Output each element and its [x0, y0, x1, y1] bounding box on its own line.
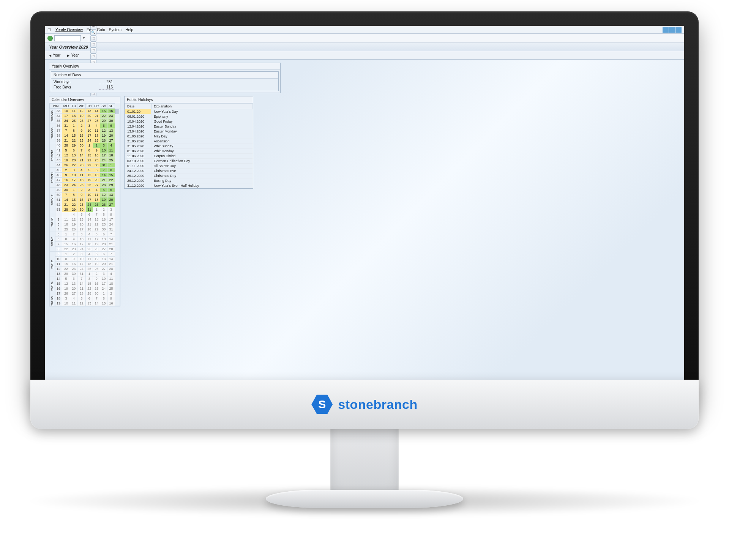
holiday-row[interactable]: 31.12.2020New Year's Eve - Half Holiday: [125, 183, 253, 188]
menu-item[interactable]: Yearly Overview: [55, 28, 83, 32]
holiday-row[interactable]: 06.01.2020Epiphany: [125, 114, 253, 119]
holiday-row[interactable]: 01.11.2020All Saints' Day: [125, 164, 253, 169]
menu-item[interactable]: Help: [125, 28, 133, 32]
monitor-bezel: ☐ Yearly OverviewEditGotoSystemHelp ▼ ⬚💾…: [30, 11, 699, 406]
public-holidays-header: Public Holidays: [125, 96, 253, 103]
toolbar: ▼ ⬚💾◀▶✳✳✳🖶🔍⬚⬚⬚⬚⬚⬚⎙🔧❓⬚: [45, 34, 684, 43]
holiday-row[interactable]: 12.04.2020Easter Sunday: [125, 124, 253, 129]
menu-item[interactable]: Goto: [97, 28, 105, 32]
holiday-row[interactable]: 01.01.20New Year's Day: [125, 109, 253, 114]
monitor-chin: S stonebranch: [30, 380, 699, 429]
toolbar-button[interactable]: ⬚: [90, 35, 96, 41]
holiday-row[interactable]: 21.05.2020Ascension: [125, 139, 253, 144]
public-holidays-panel: Public Holidays DateExplanation01.01.20N…: [124, 96, 253, 189]
monitor-stand-base: [266, 490, 463, 508]
next-year-button[interactable]: Year: [67, 53, 79, 57]
holiday-row[interactable]: 31.05.2020Whit Sunday: [125, 144, 253, 149]
days-row: Free Days115: [54, 85, 276, 90]
holiday-row[interactable]: 26.12.2020Boxing Day: [125, 178, 253, 183]
year-nav: Year Year: [45, 51, 684, 60]
window-controls[interactable]: [663, 27, 682, 33]
yearly-overview-panel: Yearly Overview Number of Days Workdays2…: [49, 63, 281, 93]
holiday-row[interactable]: 01.05.2020May Day: [125, 134, 253, 139]
yearly-overview-header: Yearly Overview: [49, 63, 280, 70]
app-icon: ☐: [47, 28, 51, 32]
days-row: Workdays251: [54, 79, 276, 85]
brand-hex-icon: S: [311, 394, 333, 415]
calendar-overview-header: Calendar Overview: [49, 96, 120, 103]
days-panel-header: Number of Days: [51, 72, 278, 79]
public-holidays-table[interactable]: DateExplanation01.01.20New Year's Day06.…: [125, 103, 253, 188]
toolbar-button[interactable]: 🔍: [90, 29, 96, 35]
toolbar-button[interactable]: ⬚: [90, 47, 96, 54]
holiday-row[interactable]: 10.04.2020Good Friday: [125, 119, 253, 124]
page-title: Year Overview 2020: [45, 43, 684, 51]
calendar-scrollbar[interactable]: [115, 109, 120, 306]
sap-screen: ☐ Yearly OverviewEditGotoSystemHelp ▼ ⬚💾…: [45, 26, 684, 392]
toolbar-button[interactable]: ⬚: [90, 41, 96, 47]
holiday-row[interactable]: 03.10.2020German Unification Day: [125, 159, 253, 164]
brand-text: stonebranch: [338, 397, 418, 412]
calendar-overview-panel: Calendar Overview WNMOTUWETHFRSASU2020/0…: [49, 96, 120, 306]
days-panel: Number of Days Workdays251Free Days115: [51, 71, 279, 91]
toolbar-button[interactable]: 🖶: [90, 26, 96, 29]
holiday-row[interactable]: 13.04.2020Easter Monday: [125, 129, 253, 134]
holiday-row[interactable]: 11.06.2020Corpus Christi: [125, 154, 253, 159]
holiday-row[interactable]: 01.06.2020Whit Monday: [125, 149, 253, 154]
toolbar-button[interactable]: ⬚: [90, 54, 96, 60]
holiday-row[interactable]: 24.12.2020Christmas Eve: [125, 169, 253, 174]
menu-item[interactable]: System: [109, 28, 122, 32]
brand-logo: S stonebranch: [311, 394, 418, 415]
calendar-grid[interactable]: WNMOTUWETHFRSASU2020/0833101112131415163…: [49, 103, 115, 306]
command-field[interactable]: [54, 35, 81, 41]
ok-icon[interactable]: [47, 36, 53, 41]
menubar: ☐ Yearly OverviewEditGotoSystemHelp: [45, 26, 684, 34]
prev-year-button[interactable]: Year: [49, 53, 60, 57]
holiday-row[interactable]: 25.12.2020Christmas Day: [125, 174, 253, 178]
